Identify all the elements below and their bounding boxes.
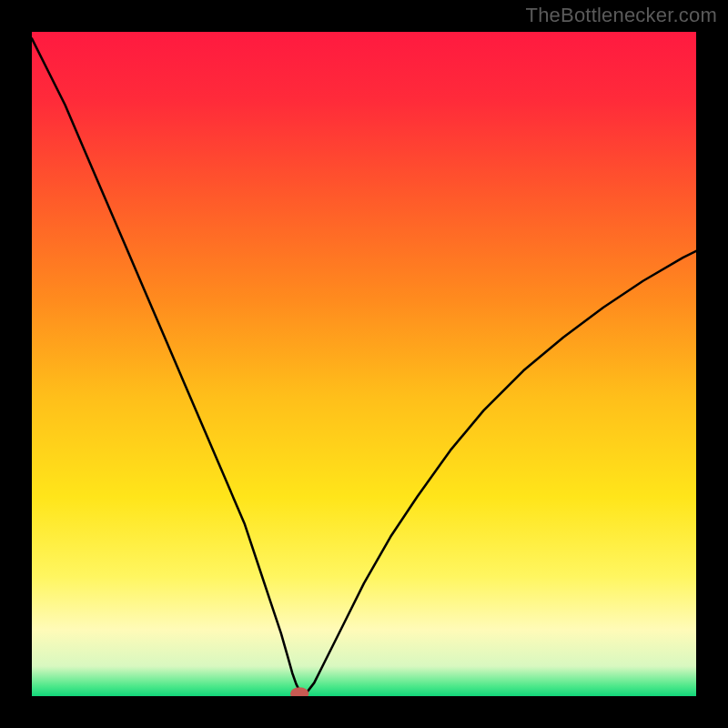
- watermark-label: TheBottlenecker.com: [526, 4, 717, 27]
- chart-frame: TheBottlenecker.com: [0, 0, 728, 728]
- gradient-rect: [32, 32, 696, 696]
- chart-background: [32, 32, 696, 696]
